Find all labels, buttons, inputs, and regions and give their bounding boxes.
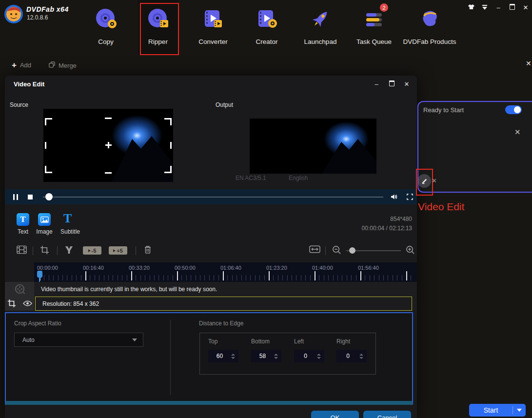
- fullscreen-icon[interactable]: [404, 189, 415, 204]
- crop-mark: [45, 166, 46, 173]
- pause-button[interactable]: [9, 189, 22, 204]
- nav-label: Task Queue: [356, 38, 392, 45]
- seek-knob[interactable]: [45, 193, 53, 200]
- volume-icon[interactable]: [388, 189, 400, 204]
- filmstrip-icon[interactable]: [17, 245, 27, 256]
- subtitle-tool-button[interactable]: T: [63, 212, 72, 225]
- update-chevron-icon[interactable]: [481, 4, 489, 11]
- subtitle-tool-icon: T: [63, 212, 72, 225]
- spinner-arrows-icon[interactable]: [317, 354, 321, 359]
- top-spinner[interactable]: 60: [208, 350, 238, 362]
- trash-icon[interactable]: [144, 245, 152, 256]
- merge-button[interactable]: Merge: [49, 61, 77, 69]
- crop-track-gutter: [5, 296, 34, 311]
- minimize-icon[interactable]: –: [494, 4, 502, 11]
- crop-tool-icon[interactable]: [40, 245, 49, 257]
- crop-mark[interactable]: [105, 118, 112, 119]
- thumbnail-message: Video thumbnail is currently still in th…: [41, 286, 217, 293]
- resolution-row-text: Resolution: 854 x 362: [42, 300, 99, 307]
- text-tool-button[interactable]: T: [17, 213, 29, 226]
- bottom-spinner[interactable]: 58: [251, 350, 281, 362]
- spinner-arrows-icon[interactable]: [274, 354, 278, 359]
- nav-item-converter[interactable]: Converter: [186, 7, 240, 45]
- timeline-zoom-knob[interactable]: [349, 247, 355, 254]
- seek-forward-5-button[interactable]: +5: [109, 246, 127, 255]
- fit-width-icon[interactable]: [309, 245, 320, 255]
- panel-divider: [170, 320, 171, 395]
- nav-item-copy[interactable]: Copy: [79, 7, 133, 45]
- distance-field-right: Right 0: [336, 338, 371, 362]
- start-dropdown-icon[interactable]: [513, 409, 526, 412]
- stop-button[interactable]: [23, 189, 37, 204]
- field-label: Top: [208, 338, 242, 345]
- right-spinner[interactable]: 0: [336, 350, 367, 362]
- timeline-label: 00:33:20: [129, 265, 150, 271]
- thumbnail-track: Video thumbnail is currently still in th…: [34, 282, 417, 296]
- crop-mark: [170, 166, 172, 173]
- subtitle-tool-label: Subtitle: [58, 228, 83, 235]
- theme-shirt-icon[interactable]: [467, 4, 475, 11]
- seek-back-5-button[interactable]: -5: [83, 246, 101, 255]
- crop-track-icon[interactable]: [7, 299, 16, 308]
- zoom-out-icon[interactable]: [332, 245, 341, 257]
- window-controls: – ✕: [467, 4, 530, 11]
- video-edit-annotation: Video Edit: [418, 201, 464, 213]
- crop-settings-panel: Crop Aspect Ratio Auto Distance to Edge …: [5, 312, 413, 405]
- seek-track[interactable]: [43, 197, 383, 198]
- dialog-close-icon[interactable]: ✕: [403, 80, 410, 88]
- edge-close-icon[interactable]: ✕: [526, 60, 532, 67]
- distance-field-left: Left 0: [294, 338, 328, 362]
- timeline-ruler[interactable]: 00:00:00 00:16:40 00:33:20 00:50:00 01:0…: [34, 262, 417, 282]
- crop-center-handle[interactable]: [108, 142, 109, 148]
- timeline-label: 01:23:20: [266, 265, 287, 271]
- image-tool-icon: [38, 213, 51, 226]
- crop-mark[interactable]: [105, 172, 112, 174]
- crop-mark[interactable]: [45, 142, 46, 149]
- maximize-icon[interactable]: [508, 4, 516, 11]
- source-video-preview[interactable]: [43, 109, 173, 182]
- close-icon[interactable]: ✕: [522, 4, 530, 11]
- nav-label: DVDFab Products: [403, 38, 456, 45]
- toolbar-divider: [33, 246, 33, 255]
- task-remove-icon[interactable]: ✕: [514, 128, 521, 137]
- add-button[interactable]: + Add: [12, 61, 31, 69]
- text-tool-label: Text: [17, 228, 29, 235]
- video-edit-pencil-icon[interactable]: [417, 174, 431, 188]
- nav-item-launchpad[interactable]: Launchpad: [294, 7, 347, 45]
- timeline-label: 00:00:00: [37, 265, 58, 271]
- left-spinner[interactable]: 0: [294, 350, 324, 362]
- ready-toggle[interactable]: [505, 105, 522, 114]
- subtitle-remove-icon[interactable]: ✕: [432, 177, 437, 184]
- crop-aspect-ratio-select[interactable]: Auto: [14, 333, 143, 347]
- video-time-info: 00:00:04 / 02:12:13: [362, 225, 412, 232]
- timeline-major-ticks: [39, 271, 415, 280]
- ok-label: OK: [331, 414, 340, 418]
- nav-item-dvdfab-products[interactable]: DVDFab Products: [403, 7, 456, 45]
- main-window: DVDFab x64 12.0.8.6 Copy Ripper Converte…: [0, 0, 532, 418]
- playhead-marker[interactable]: [37, 271, 42, 278]
- crop-aspect-ratio-value: Auto: [22, 337, 132, 343]
- eye-icon[interactable]: [23, 300, 32, 307]
- split-tool-icon[interactable]: [64, 245, 74, 257]
- dialog-minimize-icon[interactable]: –: [373, 80, 380, 88]
- spinner-arrows-icon[interactable]: [359, 354, 363, 359]
- cancel-button[interactable]: Cancel: [363, 411, 411, 418]
- ok-button[interactable]: OK: [311, 411, 359, 418]
- nav-item-task-queue[interactable]: 2 Task Queue: [347, 7, 401, 45]
- crop-mark[interactable]: [170, 142, 172, 149]
- spinner-arrows-icon[interactable]: [231, 354, 235, 359]
- distance-field-bottom: Bottom 58: [251, 338, 285, 362]
- crop-track-selected-clip[interactable]: Resolution: 854 x 362: [35, 297, 412, 311]
- field-label: Left: [294, 338, 328, 345]
- nav-item-creator[interactable]: Creator: [240, 7, 294, 45]
- field-value: 60: [208, 353, 231, 359]
- dialog-controls: – ✕: [373, 80, 410, 88]
- image-tool-button[interactable]: [38, 213, 51, 226]
- video-resolution-info: 854*480: [390, 216, 412, 222]
- start-button[interactable]: Start: [469, 404, 526, 417]
- player-bar: [5, 189, 417, 204]
- dialog-maximize-icon[interactable]: [388, 80, 395, 88]
- zoom-in-icon[interactable]: [406, 245, 415, 257]
- nav-item-ripper[interactable]: Ripper: [131, 7, 185, 45]
- nav-label: Ripper: [148, 38, 168, 45]
